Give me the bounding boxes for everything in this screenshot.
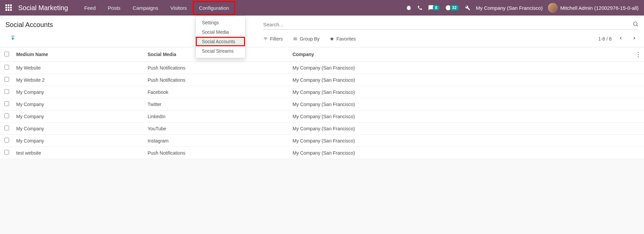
cell-social: YouTube: [145, 123, 290, 135]
filter-bar: Filters Group By Favorites: [263, 36, 356, 42]
table-row[interactable]: test websitePush NotificationsMy Company…: [0, 147, 644, 159]
activities-badge: 32: [450, 5, 459, 10]
messages-icon[interactable]: 8: [428, 5, 440, 11]
configuration-dropdown: Settings Social Media Social Accounts So…: [195, 16, 245, 58]
activities-icon[interactable]: 32: [445, 5, 459, 11]
row-checkbox[interactable]: [4, 101, 9, 106]
row-checkbox[interactable]: [4, 77, 9, 82]
groupby-label: Group By: [300, 36, 319, 42]
nav-visitors[interactable]: Visitors: [164, 1, 193, 15]
navbar: Social Marketing Feed Posts Campaigns Vi…: [0, 0, 644, 16]
nav-menu: Feed Posts Campaigns Visitors Configurat…: [78, 1, 235, 15]
dd-social-streams[interactable]: Social Streams: [196, 46, 245, 56]
cell-social: Instagram: [145, 135, 290, 147]
table-row[interactable]: My CompanyYouTubeMy Company (San Francis…: [0, 123, 644, 135]
row-checkbox[interactable]: [4, 138, 9, 142]
cell-social: LinkedIn: [145, 110, 290, 123]
nav-left: Social Marketing Feed Posts Campaigns Vi…: [5, 1, 235, 15]
nav-campaigns[interactable]: Campaigns: [127, 1, 164, 15]
tools-icon[interactable]: [464, 5, 470, 11]
company-selector[interactable]: My Company (San Francisco): [476, 5, 543, 11]
pager: 1-8 / 8: [598, 34, 639, 43]
pager-next[interactable]: [630, 34, 639, 43]
cell-company: My Company (San Francisco): [290, 86, 632, 98]
cell-medium: My Company: [13, 98, 145, 110]
pager-prev[interactable]: [616, 34, 625, 43]
messages-badge: 8: [433, 5, 440, 10]
cell-social: Push Notifications: [145, 62, 290, 74]
cell-medium: My Company: [13, 123, 145, 135]
search-icon[interactable]: [633, 21, 639, 28]
app-title[interactable]: Social Marketing: [18, 4, 68, 12]
user-name: Mitchell Admin (12002976-15-0-all): [560, 5, 639, 11]
filters-button[interactable]: Filters: [263, 36, 283, 42]
phone-icon[interactable]: [417, 5, 423, 10]
cell-company: My Company (San Francisco): [290, 74, 632, 86]
dd-social-accounts[interactable]: Social Accounts: [196, 37, 245, 46]
cell-company: My Company (San Francisco): [290, 123, 632, 135]
user-menu[interactable]: Mitchell Admin (12002976-15-0-all): [548, 3, 639, 12]
nav-posts[interactable]: Posts: [102, 1, 127, 15]
filters-label: Filters: [270, 36, 283, 42]
table-row[interactable]: My WebsitePush NotificationsMy Company (…: [0, 62, 644, 74]
cell-medium: My Website 2: [13, 74, 145, 86]
cell-medium: My Company: [13, 110, 145, 123]
row-checkbox[interactable]: [4, 113, 9, 118]
cell-medium: My Company: [13, 86, 145, 98]
nav-feed[interactable]: Feed: [78, 1, 102, 15]
export-icon[interactable]: [10, 35, 16, 42]
svg-point-0: [634, 22, 637, 26]
table-row[interactable]: My CompanyTwitterMy Company (San Francis…: [0, 98, 644, 110]
header-company[interactable]: Company: [290, 47, 632, 62]
apps-icon[interactable]: [5, 4, 12, 11]
groupby-button[interactable]: Group By: [293, 36, 319, 42]
header-medium[interactable]: Medium Name: [13, 47, 145, 62]
cell-medium: My Website: [13, 62, 145, 74]
cell-company: My Company (San Francisco): [290, 147, 632, 159]
cell-company: My Company (San Francisco): [290, 62, 632, 74]
search-input[interactable]: [263, 22, 633, 27]
nav-right: 8 32 My Company (San Francisco) Mitchell…: [406, 3, 639, 12]
dd-social-media[interactable]: Social Media: [196, 27, 245, 37]
cell-company: My Company (San Francisco): [290, 98, 632, 110]
avatar: [548, 3, 557, 12]
cell-social: Push Notifications: [145, 74, 290, 86]
search-bar[interactable]: [263, 20, 639, 30]
table-row[interactable]: My CompanyLinkedInMy Company (San Franci…: [0, 110, 644, 123]
control-panel: Social Accounts Filters Group By: [0, 16, 644, 47]
dd-settings[interactable]: Settings: [196, 18, 245, 27]
favorites-label: Favorites: [336, 36, 356, 42]
cell-company: My Company (San Francisco): [290, 110, 632, 123]
table-row[interactable]: My CompanyInstagramMy Company (San Franc…: [0, 135, 644, 147]
cell-medium: My Company: [13, 135, 145, 147]
pager-text: 1-8 / 8: [598, 36, 612, 42]
row-checkbox[interactable]: [4, 126, 9, 130]
cell-social: Push Notifications: [145, 147, 290, 159]
cell-medium: test website: [13, 147, 145, 159]
cell-social: Twitter: [145, 98, 290, 110]
records-table: Medium Name Social Media Company ⋮ My We…: [0, 47, 644, 159]
row-checkbox[interactable]: [4, 65, 9, 70]
row-checkbox[interactable]: [4, 89, 9, 94]
svg-line-1: [637, 25, 638, 26]
table-row[interactable]: My Website 2Push NotificationsMy Company…: [0, 74, 644, 86]
select-all-checkbox[interactable]: [4, 52, 9, 56]
optional-columns-icon[interactable]: ⋮: [635, 51, 641, 58]
page-background: [0, 159, 644, 227]
favorites-button[interactable]: Favorites: [330, 36, 356, 42]
cell-social: Facebook: [145, 86, 290, 98]
row-checkbox[interactable]: [4, 150, 9, 155]
debug-icon[interactable]: [406, 5, 412, 11]
nav-configuration[interactable]: Configuration: [193, 1, 235, 15]
table-header-row: Medium Name Social Media Company ⋮: [0, 47, 644, 62]
table-row[interactable]: My CompanyFacebookMy Company (San Franci…: [0, 86, 644, 98]
cell-company: My Company (San Francisco): [290, 135, 632, 147]
